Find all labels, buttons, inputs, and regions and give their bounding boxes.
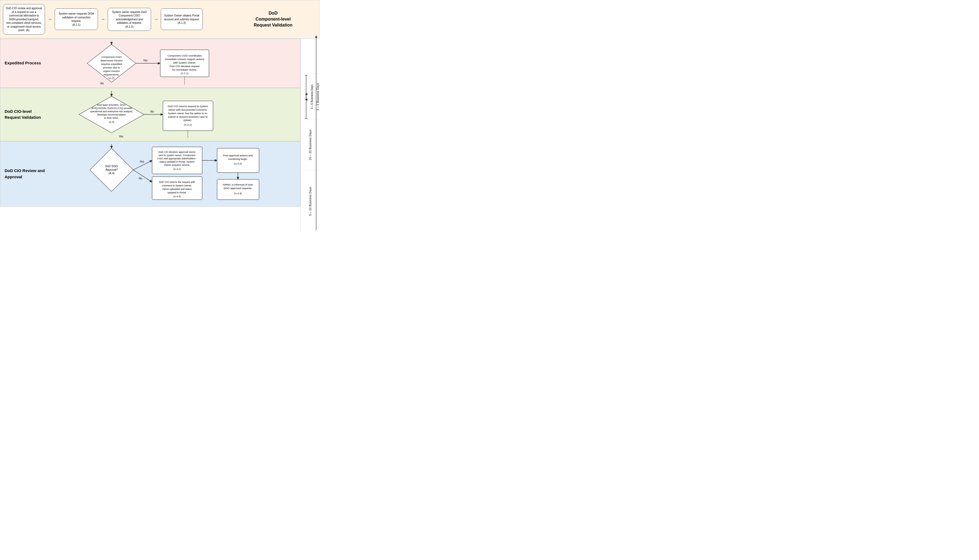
svg-text:memo uploaded and status: memo uploaded and status	[162, 188, 192, 190]
main-time-arrow	[314, 35, 319, 232]
svg-text:DoD CIO decision approval memo: DoD CIO decision approval memo	[158, 151, 196, 153]
svg-text:CISO and appropriate stakehold: CISO and appropriate stakeholders -	[157, 157, 197, 160]
svg-text:to DoD SISO.: to DoD SISO.	[104, 117, 119, 119]
svg-text:comment to System Owner;: comment to System Owner;	[162, 184, 192, 187]
expedited-flow-svg: Component CISO determines mission requir…	[52, 42, 296, 85]
section-top-label: DoDComponent-levelRequest Validation	[249, 10, 297, 28]
svg-text:(A.4.4): (A.4.4)	[173, 195, 180, 198]
svg-text:No: No	[100, 82, 104, 85]
svg-text:urgent mission: urgent mission	[103, 70, 120, 73]
svg-text:Yes: Yes	[119, 135, 123, 138]
svg-text:System owner has the option to: System owner has the option to re-	[168, 112, 208, 115]
svg-marker-69	[315, 35, 317, 38]
svg-text:(A.3.1): (A.3.1)	[184, 123, 192, 126]
svg-text:Joint team (DSAWG, DISA,: Joint team (DSAWG, DISA,	[97, 103, 126, 106]
svg-text:3 – 5 Business Days: 3 – 5 Business Days	[310, 84, 314, 109]
svg-text:requirements.: requirements.	[103, 73, 119, 76]
box-A: DoD CIO review and approval of a request…	[3, 4, 45, 35]
svg-text:DoD CIO returns request to sys: DoD CIO returns request to system	[168, 105, 208, 108]
svg-text:ISRMC is informed of DoD: ISRMC is informed of DoD	[223, 183, 253, 186]
svg-text:(A.2.1): (A.2.1)	[181, 72, 188, 75]
svg-text:Yes: Yes	[143, 59, 148, 62]
svg-text:sent to system owner, Componen: sent to system owner, Component	[158, 154, 196, 157]
svg-text:Component CISO: Component CISO	[102, 55, 122, 58]
svg-text:develops recommendation: develops recommendation	[97, 113, 126, 116]
expedited-label: Expedited Process	[5, 60, 52, 66]
svg-text:determines mission: determines mission	[100, 59, 123, 62]
section-expedited: Expedited Process Component CISO determi…	[0, 39, 300, 88]
svg-text:monitoring begin.: monitoring begin.	[228, 157, 248, 160]
svg-text:Owner acquires service.: Owner acquires service.	[164, 164, 190, 167]
svg-text:SISO approved requests.: SISO approved requests.	[223, 187, 252, 190]
svg-text:process due to: process due to	[103, 66, 120, 69]
svg-text:DoD CIO elevates request: DoD CIO elevates request	[170, 65, 200, 68]
diagram-wrapper: DoD CIO review and approval of a request…	[0, 0, 319, 232]
svg-text:immediate mission support acti: immediate mission support actions	[165, 58, 204, 61]
box-A4.2	[217, 148, 259, 173]
svg-text:(A.2): (A.2)	[109, 77, 115, 80]
svg-text:(A.4): (A.4)	[108, 172, 115, 175]
svg-text:No: No	[139, 177, 142, 180]
box-A1.1: System owner requests DISA validation of…	[55, 8, 98, 30]
svg-text:with System Owner;: with System Owner;	[173, 61, 196, 64]
svg-text:Approval?: Approval?	[105, 168, 117, 171]
svg-line-55	[133, 170, 152, 182]
section-review: DoD CIO Review andApproval DoD S	[0, 141, 300, 207]
svg-text:DoD SISO: DoD SISO	[105, 165, 118, 168]
svg-text:updated in Portal.: updated in Portal.	[168, 191, 187, 194]
review-label: DoD CIO Review andApproval	[5, 168, 52, 180]
arrow-A1.2-to-A1.3: →	[151, 17, 161, 22]
svg-text:Component CISO coordinates: Component CISO coordinates	[168, 54, 202, 57]
svg-text:owner with documented concerns: owner with documented concerns.	[168, 108, 207, 111]
svg-text:status updated in Portal. Syst: status updated in Portal. System	[159, 160, 195, 163]
svg-text:Yes: Yes	[140, 160, 144, 163]
svg-text:DoD CIO returns the request wi: DoD CIO returns the request with	[159, 181, 195, 183]
review-flow-svg: DoD SISO Approval? (A.4) Yes DoD CIO dec…	[52, 144, 296, 204]
svg-text:(A.4.2): (A.4.2)	[234, 162, 242, 165]
cio-level-flow-svg: Joint team (DSAWG, DISA, JFHQ-DODIN, DoD…	[52, 91, 296, 138]
section-cio-level: DoD CIO-levelRequest Validation	[0, 88, 300, 141]
svg-text:JFHQ-DODIN, DoDCIO (CS)) provi: JFHQ-DODIN, DoDCIO (CS)) provide	[91, 107, 132, 110]
svg-text:(A.4.1): (A.4.1)	[173, 168, 180, 170]
svg-text:(A.4.3): (A.4.3)	[234, 192, 242, 195]
svg-text:(A.3): (A.3)	[109, 121, 114, 123]
box-A1.2: System owner requests DoD Component CISO…	[108, 8, 151, 31]
time-cio-level-label: 15 – 20 Business Days	[309, 130, 312, 160]
svg-text:requires expedited: requires expedited	[101, 62, 122, 65]
svg-text:No: No	[150, 110, 154, 113]
svg-text:submit or present business cas: submit or present business case to	[168, 115, 208, 118]
svg-text:operational and enterprise ris: operational and enterprise risk analysis…	[90, 110, 133, 113]
svg-text:for immediate review.: for immediate review.	[172, 68, 197, 71]
svg-text:ISRMC.: ISRMC.	[183, 119, 192, 122]
arrow-A1.1-to-A1.2: →	[98, 17, 108, 22]
cio-level-label: DoD CIO-levelRequest Validation	[5, 108, 52, 121]
box-A1.3: System Owner obtains Portal account and …	[161, 8, 203, 30]
arrow-A-to-A1.1: →	[45, 17, 55, 22]
time-review-label: 5 – 10 Business Days	[309, 187, 312, 216]
svg-text:Post approval actions and: Post approval actions and	[223, 154, 252, 157]
